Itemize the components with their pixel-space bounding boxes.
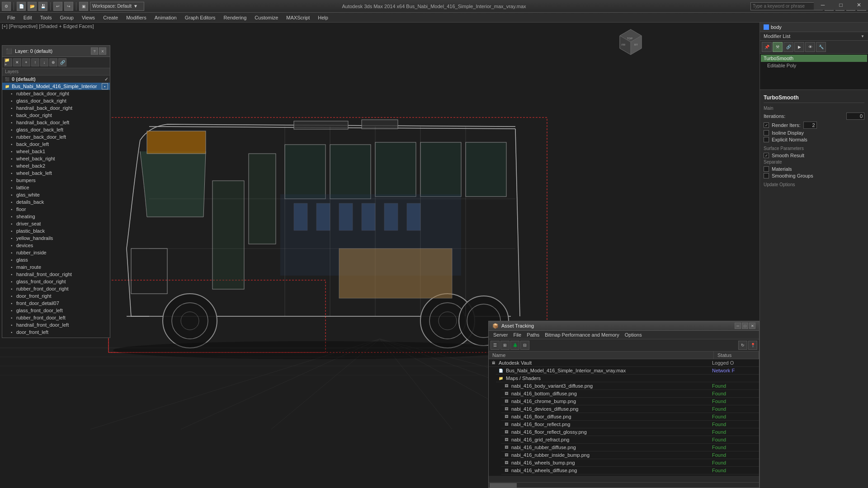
rp-icon-display[interactable]: 👁 xyxy=(805,42,815,52)
isoline-check[interactable] xyxy=(764,130,769,136)
layer-select-up-btn[interactable]: ↑ xyxy=(31,58,39,66)
layer-help-btn[interactable]: ? xyxy=(91,47,98,55)
maximize-btn[interactable]: □ xyxy=(832,0,850,10)
layer-list[interactable]: ⬛ 0 (default) ✓ 📁 Bus_Nabi_Model_416_Sim… xyxy=(2,75,110,338)
at-row-rubber-inside-bump[interactable]: 🖼 nabi_416_rubber_inside_bump.png Found xyxy=(501,451,759,459)
at-row-vault[interactable]: 🏛 Autodesk Vault Logged O xyxy=(489,359,759,367)
at-icon-table[interactable]: ⊟ xyxy=(520,341,529,350)
at-icon-grid[interactable]: ⊞ xyxy=(500,341,509,350)
layer-item-glass-door-back-right[interactable]: ▪ glass_door_back_right xyxy=(7,97,110,104)
layer-item-bus[interactable]: 📁 Bus_Nabi_Model_416_Simple_Interior ▪ xyxy=(2,83,110,90)
materials-check[interactable] xyxy=(764,166,769,172)
layer-item-default[interactable]: ⬛ 0 (default) ✓ xyxy=(2,75,110,83)
menu-modifiers[interactable]: Modifiers xyxy=(123,14,150,21)
layer-item-devices[interactable]: ▪ devices xyxy=(7,242,110,249)
layer-item-front-door-detail00[interactable]: ▪ front_door_detail00 xyxy=(7,336,110,338)
menu-views[interactable]: Views xyxy=(78,14,99,21)
at-row-grid-refract[interactable]: 🖼 nabi_416_grid_refract.png Found xyxy=(501,436,759,444)
at-icon-list[interactable]: ☰ xyxy=(491,341,500,350)
layer-item-door-front-left[interactable]: ▪ door_front_left xyxy=(7,328,110,336)
layer-item-rubber-back-door-left[interactable]: ▪ rubber_back_door_left xyxy=(7,133,110,141)
layer-merge-btn[interactable]: ⊕ xyxy=(49,58,57,66)
layer-bus-toggle[interactable]: ▪ xyxy=(102,83,108,89)
layer-item-rubber-front-door-right[interactable]: ▪ rubber_front_door_right xyxy=(7,285,110,292)
layer-item-wheel-back-left[interactable]: ▪ wheel_back_left xyxy=(7,169,110,177)
layer-delete-btn[interactable]: ✕ xyxy=(13,58,21,66)
layer-item-back-door-left[interactable]: ▪ back_door_left xyxy=(7,141,110,148)
at-close-btn[interactable]: ✕ xyxy=(749,323,755,329)
layer-item-handrail-front-door-right[interactable]: ▪ handrail_front_door_right xyxy=(7,271,110,278)
at-scrollbar[interactable] xyxy=(489,482,759,488)
at-row-wheels-diffuse[interactable]: 🖼 nabi_416_wheels_diffuse.png Found xyxy=(501,467,759,474)
at-menu-file[interactable]: File xyxy=(511,332,523,338)
layer-item-glass-front-door-right[interactable]: ▪ glass_front_door_right xyxy=(7,278,110,285)
new-btn[interactable]: 📄 xyxy=(17,2,26,11)
render-iters-check[interactable]: ✓ xyxy=(764,122,769,128)
at-menu-paths[interactable]: Paths xyxy=(525,332,541,338)
smooth-result-check[interactable]: ✓ xyxy=(764,153,769,158)
at-row-wheels-bump[interactable]: 🖼 nabi_416_wheels_bump.png Found xyxy=(501,459,759,467)
layer-item-yellow-handrails[interactable]: ▪ yellow_handrails xyxy=(7,235,110,242)
at-row-bottom-diffuse[interactable]: 🖼 nabi_416_bottom_diffuse.png Found xyxy=(501,390,759,398)
layer-item-front-door-detail07[interactable]: ▪ front_door_detail07 xyxy=(7,300,110,307)
layer-item-wheel-back2[interactable]: ▪ wheel_back2 xyxy=(7,162,110,169)
workspace-dropdown[interactable]: Workspace: Default ▼ xyxy=(90,2,144,11)
menu-maxscript[interactable]: MAXScript xyxy=(283,14,313,21)
layer-item-plastic-black[interactable]: ▪ plastic_black xyxy=(7,227,110,235)
at-row-floor-diffuse[interactable]: 🖼 nabi_416_floor_diffuse.png Found xyxy=(501,413,759,421)
layer-item-handrail-front-door-left[interactable]: ▪ handrail_front_door_left xyxy=(7,321,110,328)
layer-item-glass[interactable]: ▪ glass xyxy=(7,256,110,263)
layer-link-btn[interactable]: 🔗 xyxy=(58,58,66,66)
layer-new-btn[interactable]: 📁+ xyxy=(4,58,12,66)
layer-item-rubber-inside[interactable]: ▪ rubber_inside xyxy=(7,249,110,256)
rp-icon-hierarchy[interactable]: 🔗 xyxy=(783,42,793,52)
layer-item-rubber-front-door-left[interactable]: ▪ rubber_front_door_left xyxy=(7,314,110,321)
layer-item-wheel-back1[interactable]: ▪ wheel_back1 xyxy=(7,148,110,155)
rp-icon-pin[interactable]: 📌 xyxy=(762,42,772,52)
at-row-maps-folder[interactable]: 📁 Maps / Shaders xyxy=(496,375,759,382)
at-row-rubber-diffuse[interactable]: 🖼 nabi_416_rubber_diffuse.png Found xyxy=(501,444,759,451)
redo-btn[interactable]: ↪ xyxy=(64,2,73,11)
layer-item-handrail-back-door-right[interactable]: ▪ handrail_back_door_right xyxy=(7,104,110,112)
smoothing-groups-check[interactable] xyxy=(764,173,769,178)
menu-animation[interactable]: Animation xyxy=(151,14,180,21)
layer-item-sheating[interactable]: ▪ sheating xyxy=(7,213,110,220)
at-row-floor-reflect[interactable]: 🖼 nabi_416_floor_reflect.png Found xyxy=(501,421,759,428)
menu-create[interactable]: Create xyxy=(99,14,122,21)
minimize-btn[interactable]: ─ xyxy=(814,0,832,10)
layer-item-bumpers[interactable]: ▪ bumpers xyxy=(7,177,110,184)
undo-btn[interactable]: ↩ xyxy=(53,2,62,11)
layer-item-driver-seat[interactable]: ▪ driver_seat xyxy=(7,220,110,227)
layer-item-back-door-right[interactable]: ▪ back_door_right xyxy=(7,112,110,119)
menu-rendering[interactable]: Rendering xyxy=(220,14,250,21)
stack-item-turbosmooth[interactable]: TurboSmooth xyxy=(761,55,867,62)
menu-group[interactable]: Group xyxy=(56,14,77,21)
menu-graph-editors[interactable]: Graph Editors xyxy=(181,14,219,21)
at-minimize-btn[interactable]: ─ xyxy=(735,323,741,329)
layer-item-glass-door-back-left[interactable]: ▪ glass_door_back_left xyxy=(7,126,110,133)
render-frame-btn[interactable]: ▣ xyxy=(79,2,88,11)
layer-select-down-btn[interactable]: ↓ xyxy=(40,58,48,66)
at-row-maxfile[interactable]: 📄 Bus_Nabi_Model_416_Simple_Interior_max… xyxy=(496,367,759,375)
layer-item-floor[interactable]: ▪ floor xyxy=(7,206,110,213)
at-icon-locate[interactable]: 📍 xyxy=(748,341,757,350)
at-menu-options[interactable]: Options xyxy=(623,332,644,338)
save-btn[interactable]: 💾 xyxy=(38,2,47,11)
layer-item-wheel-back-right[interactable]: ▪ wheel_back_right xyxy=(7,155,110,162)
at-menu-server[interactable]: Server xyxy=(491,332,509,338)
viewport-cube[interactable]: TOP RT FR xyxy=(615,26,646,58)
layer-item-handrail-back-door-left[interactable]: ▪ handrail_back_door_left xyxy=(7,119,110,126)
at-row-floor-reflect-glossy[interactable]: 🖼 nabi_416_floor_reflect_glossy.png Foun… xyxy=(501,428,759,436)
menu-edit[interactable]: Edit xyxy=(20,14,36,21)
explicit-normals-check[interactable] xyxy=(764,137,769,142)
at-row-devices-diffuse[interactable]: 🖼 nabi_416_devices_diffuse.png Found xyxy=(501,405,759,413)
menu-customize[interactable]: Customize xyxy=(251,14,282,21)
modifier-list-header[interactable]: Modifier List ▼ xyxy=(760,32,868,41)
search-input[interactable] xyxy=(750,2,823,10)
at-menu-bitmap-perf[interactable]: Bitmap Performance and Memory xyxy=(543,332,621,338)
layer-item-main-route[interactable]: ▪ main_route xyxy=(7,263,110,271)
rp-icon-motion[interactable]: ▶ xyxy=(794,42,804,52)
at-file-list[interactable]: 🏛 Autodesk Vault Logged O 📄 Bus_Nabi_Mod… xyxy=(489,359,759,476)
menu-tools[interactable]: Tools xyxy=(37,14,56,21)
at-scroll-thumb[interactable] xyxy=(490,483,517,488)
